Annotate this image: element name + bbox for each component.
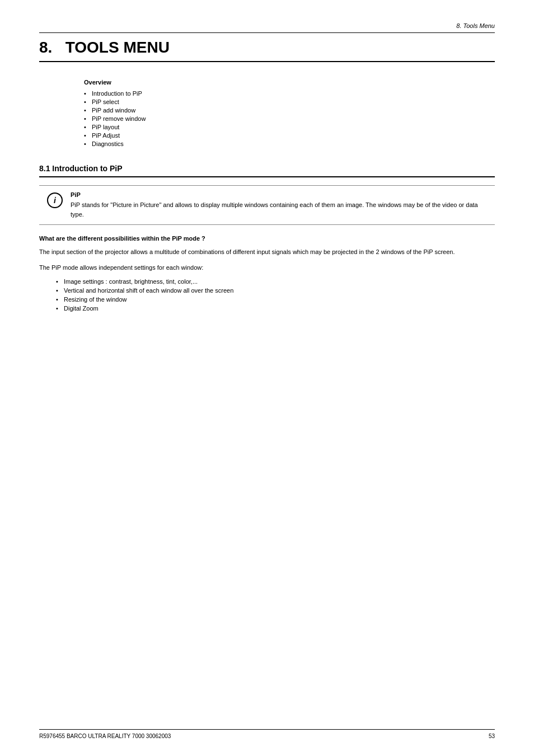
- overview-list-item: PiP remove window: [84, 115, 495, 122]
- overview-heading: Overview: [84, 79, 495, 86]
- info-content: PiP PiP stands for "Picture in Picture" …: [71, 191, 487, 219]
- header-text: 8. Tools Menu: [456, 22, 495, 29]
- chapter-title: 8. TOOLS MENU: [39, 39, 495, 62]
- page-footer: R5976455 BARCO ULTRA REALITY 7000 300620…: [39, 729, 495, 739]
- overview-list-item: PiP Adjust: [84, 132, 495, 139]
- paragraph-2: The PiP mode allows independent settings…: [39, 263, 495, 273]
- pip-feature-item: Vertical and horizontal shift of each wi…: [56, 287, 495, 294]
- overview-list-item: Introduction to PiP: [84, 90, 495, 97]
- footer-left: R5976455 BARCO ULTRA REALITY 7000 300620…: [39, 733, 171, 739]
- overview-list-item: PiP add window: [84, 107, 495, 114]
- pip-features-list: Image settings : contrast, brightness, t…: [56, 278, 495, 312]
- subsection-heading: What are the different possibilities wit…: [39, 235, 495, 242]
- overview-list-item: PiP select: [84, 98, 495, 105]
- subsection-pip-modes: What are the different possibilities wit…: [39, 235, 495, 312]
- section-8-1: 8.1 Introduction to PiP i PiP PiP stands…: [39, 164, 495, 312]
- info-title: PiP: [71, 191, 487, 198]
- paragraph-1: The input section of the projector allow…: [39, 247, 495, 257]
- pip-feature-item: Image settings : contrast, brightness, t…: [56, 278, 495, 285]
- overview-section: Overview Introduction to PiPPiP selectPi…: [39, 79, 495, 147]
- overview-list: Introduction to PiPPiP selectPiP add win…: [84, 90, 495, 147]
- page-header: 8. Tools Menu: [39, 22, 495, 33]
- section-8-1-title: 8.1 Introduction to PiP: [39, 164, 495, 177]
- footer-page-number: 53: [489, 733, 495, 739]
- info-text: PiP stands for "Picture in Picture" and …: [71, 200, 487, 219]
- pip-feature-item: Resizing of the window: [56, 296, 495, 303]
- overview-list-item: Diagnostics: [84, 140, 495, 147]
- overview-list-item: PiP layout: [84, 124, 495, 130]
- page-container: 8. Tools Menu 8. TOOLS MENU Overview Int…: [0, 0, 534, 756]
- info-box: i PiP PiP stands for "Picture in Picture…: [39, 185, 495, 225]
- pip-feature-item: Digital Zoom: [56, 305, 495, 312]
- info-icon: i: [47, 192, 63, 208]
